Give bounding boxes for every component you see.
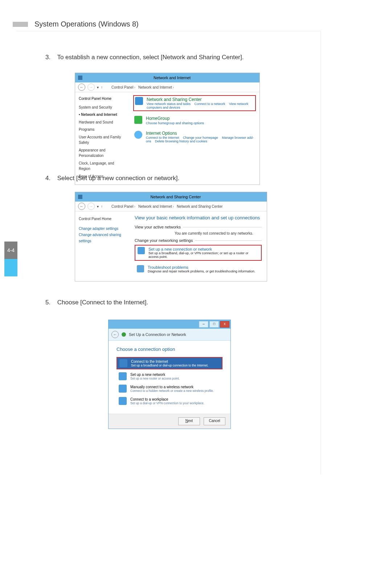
category-link[interactable]: Choose homegroup and sharing options [146, 121, 204, 125]
forward-button[interactable]: → [87, 203, 95, 210]
category-link[interactable]: Connect to a network [194, 102, 225, 106]
sidebar-home[interactable]: Control Panel Home [79, 216, 126, 222]
sidebar-link[interactable]: Change advanced sharing settings [79, 232, 126, 244]
option-subtitle: Set up a new router or access point. [130, 377, 180, 380]
option-manual-wireless[interactable]: Manually connect to a wireless network C… [117, 383, 222, 394]
workplace-icon [119, 397, 127, 405]
control-panel-icon [78, 76, 82, 80]
active-networks-status: You are currently not connected to any n… [175, 231, 262, 235]
internet-options-icon [134, 131, 142, 139]
breadcrumb-item[interactable]: Control Panel [111, 204, 136, 208]
category-link[interactable]: Delete browsing history and cookies [155, 139, 207, 143]
option-connect-workplace[interactable]: Connect to a workplace Set up a dial-up … [117, 396, 222, 406]
category-links: Connect to the Internet Change your home… [146, 136, 255, 143]
category-links: View network status and tasks Connect to… [147, 102, 254, 109]
section-tab [4, 259, 17, 276]
dropdown-chevron-icon[interactable]: ▾ [97, 85, 99, 89]
breadcrumb-item[interactable]: Network and Internet [138, 204, 175, 208]
sidebar-item[interactable]: System and Security [79, 105, 126, 110]
forward-button[interactable]: → [87, 84, 95, 91]
option-connect-to-internet[interactable]: Connect to the Internet Set up a broadba… [117, 357, 222, 369]
category-internet-options[interactable]: Internet Options Connect to the Internet… [133, 130, 256, 144]
option-title: Manually connect to a wireless network [130, 385, 214, 389]
option-title: Set up a new network [130, 373, 180, 377]
option-setup-new-network[interactable]: Set up a new network Set up a new router… [117, 371, 222, 382]
step-5-text: Choose [Connect to the Internet]. [57, 299, 148, 306]
breadcrumb-item[interactable]: Network and Internet [138, 85, 175, 89]
section-change-settings: Change your networking settings [135, 238, 262, 243]
screenshot-network-and-internet: Network and Internet ← → ▾ ↑ Control Pan… [75, 73, 260, 185]
category-link[interactable]: View network status and tasks [147, 102, 191, 106]
section-active-networks: View your active networks [135, 225, 262, 229]
sidebar-item[interactable]: Hardware and Sound [79, 119, 126, 125]
option-title: Connect to a workplace [130, 397, 204, 401]
up-button[interactable]: ↑ [101, 85, 103, 89]
header-title: System Operations (Windows 8) [34, 20, 139, 28]
document-page: System Operations (Windows 8) 4-4 3. To … [0, 0, 392, 588]
back-button[interactable]: ← [111, 331, 119, 338]
category-title: HomeGroup [146, 116, 207, 121]
setup-connection-icon [138, 247, 145, 254]
next-button[interactable]: Next [178, 417, 200, 425]
category-network-sharing-center[interactable]: Network and Sharing Center View network … [133, 95, 256, 111]
category-title: Network and Sharing Center [147, 97, 254, 102]
troubleshoot-icon [137, 265, 144, 272]
sidebar-item[interactable]: User Accounts and Family Safety [79, 134, 126, 146]
sidebar-link[interactable]: Change adapter settings [79, 226, 126, 232]
category-link[interactable]: Connect to the Internet [146, 136, 179, 139]
category-link[interactable]: Change your homepage [183, 136, 218, 139]
step-3-number: 3. [45, 53, 56, 62]
cancel-button[interactable]: Cancel [204, 417, 225, 425]
window-title: Network and Sharing Center [85, 195, 267, 199]
sidebar-item[interactable]: Appearance and Personalization [79, 147, 126, 159]
minimize-button[interactable]: – [199, 321, 208, 328]
sidebar-home[interactable]: Control Panel Home [79, 96, 126, 102]
dropdown-chevron-icon[interactable]: ▾ [97, 204, 99, 208]
option-subtitle: Set up a broadband or dial-up connection… [131, 364, 208, 367]
wizard-title: Set Up a Connection or Network [129, 332, 186, 337]
sidebar: Control Panel Home System and Security N… [75, 92, 130, 184]
router-icon [119, 372, 127, 380]
main-pane: View your basic network information and … [130, 211, 267, 281]
globe-icon [119, 359, 127, 367]
control-panel-icon [105, 204, 109, 208]
option-setup-new-connection[interactable]: Set up a new connection or network Set u… [135, 245, 262, 261]
sidebar: Control Panel Home Change adapter settin… [75, 211, 130, 281]
step-4: 4. Select [Set up a new connection or ne… [45, 174, 321, 183]
page-number-tab: 4-4 [4, 242, 17, 259]
breadcrumb-item[interactable]: Network and Sharing Center [177, 204, 222, 208]
window-body: Control Panel Home System and Security N… [75, 92, 260, 184]
section-label: View your active networks [135, 225, 181, 229]
screenshot-network-sharing-center: Network and Sharing Center ← → ▾ ↑ Contr… [75, 192, 267, 281]
control-panel-icon [78, 195, 82, 199]
next-label: ext [188, 419, 193, 423]
option-subtitle: Set up a broadband, dial-up, or VPN conn… [148, 251, 259, 259]
wizard-footer: Next Cancel [109, 414, 230, 429]
section-label: Change your networking settings [135, 238, 193, 243]
up-button[interactable]: ↑ [101, 204, 103, 208]
option-subtitle: Diagnose and repair network problems, or… [148, 269, 255, 273]
wizard-header: ← Set Up a Connection or Network [109, 329, 230, 341]
wizard-heading: Choose a connection option [117, 346, 222, 352]
breadcrumb-item[interactable]: Control Panel [111, 85, 136, 89]
side-page-tab: 4-4 [4, 205, 17, 313]
wizard-icon [122, 332, 126, 337]
network-sharing-icon [135, 97, 143, 105]
step-5-number: 5. [45, 298, 56, 307]
category-homegroup[interactable]: HomeGroup Choose homegroup and sharing o… [133, 115, 256, 126]
side-dots-top [11, 205, 11, 242]
back-button[interactable]: ← [78, 203, 85, 210]
option-subtitle: Connect to a hidden network or create a … [130, 389, 214, 393]
sidebar-item[interactable]: Programs [79, 127, 126, 133]
screenshot-setup-connection-wizard: – □ x ← Set Up a Connection or Network C… [108, 320, 231, 429]
step-4-number: 4. [45, 174, 56, 183]
back-button[interactable]: ← [78, 84, 85, 91]
step-3-text: To establish a new connection, select [N… [57, 54, 244, 61]
close-button[interactable]: x [220, 321, 229, 328]
maximize-button[interactable]: □ [209, 321, 219, 328]
sidebar-item[interactable]: Clock, Language, and Region [79, 161, 126, 172]
sidebar-item-selected[interactable]: Network and Internet [79, 112, 126, 118]
option-troubleshoot[interactable]: Troubleshoot problems Diagnose and repai… [135, 264, 262, 275]
category-links: Choose homegroup and sharing options [146, 121, 207, 125]
category-title: Internet Options [146, 131, 255, 136]
